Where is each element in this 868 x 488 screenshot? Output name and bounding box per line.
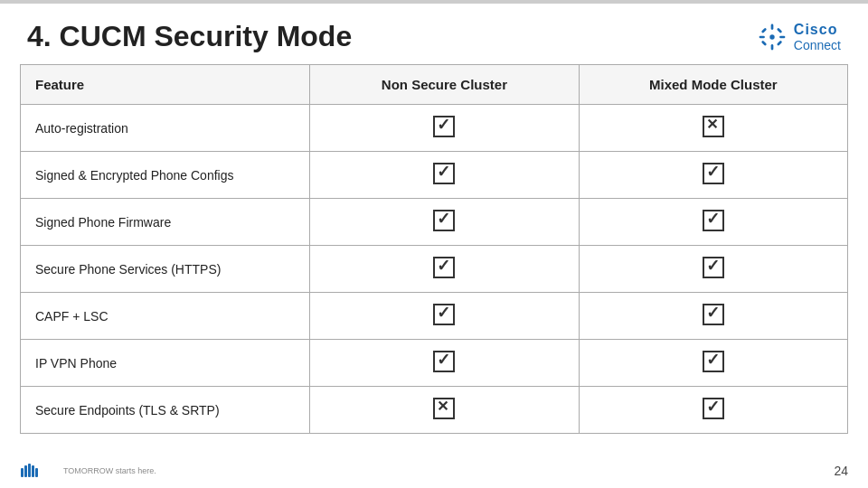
footer-cisco-logo: [20, 461, 56, 481]
header: 4. CUCM Security Mode Cisco Connect: [0, 4, 868, 64]
x-icon: [703, 116, 724, 137]
security-mode-table: Feature Non Secure Cluster Mixed Mode Cl…: [20, 64, 848, 434]
check-icon: [703, 163, 724, 184]
feature-cell: Secure Endpoints (TLS & SRTP): [21, 387, 310, 434]
mixed-mode-cell: [579, 105, 847, 152]
feature-cell: Signed & Encrypted Phone Configs: [21, 152, 310, 199]
svg-rect-11: [28, 464, 31, 477]
svg-rect-7: [761, 40, 767, 45]
check-icon: [703, 257, 724, 278]
logo-connect-text: Connect: [794, 38, 841, 52]
svg-rect-13: [35, 468, 38, 477]
svg-rect-3: [759, 35, 764, 38]
page-title: 4. CUCM Security Mode: [27, 20, 352, 53]
logo-words: Cisco Connect: [794, 22, 841, 52]
svg-rect-2: [770, 44, 773, 50]
check-icon: [433, 304, 455, 325]
table-row: Auto-registration: [21, 105, 848, 152]
svg-rect-5: [761, 27, 767, 33]
check-icon: [703, 210, 724, 231]
check-icon: [433, 116, 455, 137]
non-secure-cell: [310, 387, 579, 434]
svg-rect-4: [779, 35, 785, 38]
check-icon: [433, 210, 455, 231]
mixed-mode-cell: [579, 293, 847, 340]
svg-rect-8: [777, 40, 782, 45]
table-row: Secure Endpoints (TLS & SRTP): [21, 387, 848, 434]
table-row: IP VPN Phone: [21, 340, 848, 387]
svg-point-0: [769, 34, 774, 39]
footer-left: TOMORROW starts here.: [20, 461, 156, 481]
footer: TOMORROW starts here. 24: [20, 461, 848, 481]
cisco-mini-logo-icon: [20, 461, 56, 479]
cisco-connect-logo: Cisco Connect: [756, 21, 841, 53]
logo-cisco-text: Cisco: [794, 22, 841, 38]
svg-rect-12: [32, 465, 34, 477]
footer-tagline: TOMORROW starts here.: [63, 466, 156, 475]
cisco-icon: [756, 21, 788, 53]
feature-cell: IP VPN Phone: [21, 340, 310, 387]
non-secure-cell: [310, 340, 579, 387]
non-secure-cell: [310, 293, 579, 340]
check-icon: [433, 351, 455, 372]
table-row: Signed Phone Firmware: [21, 199, 848, 246]
mixed-mode-cell: [579, 199, 847, 246]
svg-rect-1: [770, 23, 773, 29]
non-secure-cell: [310, 199, 579, 246]
mixed-mode-cell: [579, 340, 847, 387]
page-number: 24: [834, 464, 848, 478]
mixed-mode-column-header: Mixed Mode Cluster: [579, 65, 847, 105]
check-icon: [433, 257, 455, 278]
feature-cell: CAPF + LSC: [21, 293, 310, 340]
non-secure-cell: [310, 105, 579, 152]
check-icon: [703, 304, 724, 325]
feature-cell: Auto-registration: [21, 105, 310, 152]
check-icon: [433, 163, 455, 184]
non-secure-cell: [310, 152, 579, 199]
svg-rect-10: [24, 465, 27, 477]
non-secure-cell: [310, 246, 579, 293]
mixed-mode-cell: [579, 152, 847, 199]
table-row: Signed & Encrypted Phone Configs: [21, 152, 848, 199]
main-content: Feature Non Secure Cluster Mixed Mode Cl…: [0, 64, 868, 434]
check-icon: [703, 398, 724, 419]
svg-rect-6: [777, 27, 782, 33]
check-icon: [703, 351, 724, 372]
mixed-mode-cell: [579, 246, 847, 293]
table-row: Secure Phone Services (HTTPS): [21, 246, 848, 293]
non-secure-column-header: Non Secure Cluster: [310, 65, 579, 105]
feature-column-header: Feature: [21, 65, 310, 105]
mixed-mode-cell: [579, 387, 847, 434]
table-header-row: Feature Non Secure Cluster Mixed Mode Cl…: [21, 65, 848, 105]
table-row: CAPF + LSC: [21, 293, 848, 340]
feature-cell: Signed Phone Firmware: [21, 199, 310, 246]
svg-rect-9: [21, 468, 24, 477]
feature-cell: Secure Phone Services (HTTPS): [21, 246, 310, 293]
x-icon: [433, 398, 455, 419]
